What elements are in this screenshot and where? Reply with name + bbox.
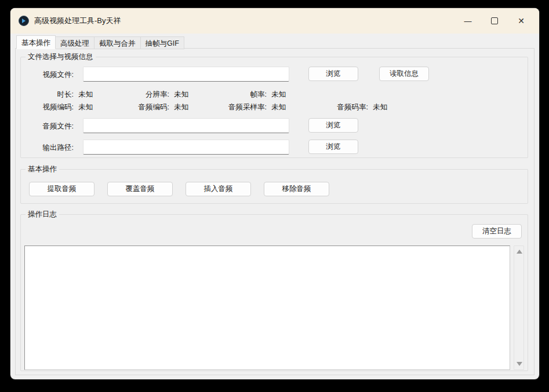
resolution-label: 分辨率: [111, 90, 169, 100]
duration-value: 未知 [78, 90, 93, 100]
read-info-button[interactable]: 读取信息 [379, 67, 429, 81]
video-file-input[interactable] [83, 67, 289, 82]
framerate-value: 未知 [271, 90, 286, 100]
audio-samplerate-label: 音频采样率: [197, 102, 267, 112]
audio-bitrate-value: 未知 [373, 102, 387, 112]
minimize-button[interactable]: — [455, 8, 481, 34]
audio-codec-value: 未知 [174, 102, 188, 112]
window-title: 高级视频处理工具-By天祥 [34, 16, 121, 26]
scroll-down-icon[interactable] [517, 362, 522, 366]
audio-browse-button[interactable]: 浏览 [308, 118, 358, 133]
clear-log-button[interactable]: 清空日志 [472, 224, 522, 239]
close-button[interactable]: ✕ [508, 8, 535, 34]
audio-file-input[interactable] [83, 118, 289, 133]
app-icon [19, 16, 29, 26]
video-codec-label: 视频编码: [21, 102, 74, 112]
group-operation-log-title: 操作日志 [26, 210, 59, 219]
video-codec-value: 未知 [78, 102, 93, 112]
minimize-icon: — [464, 17, 472, 25]
log-textarea[interactable] [24, 246, 510, 370]
close-icon: ✕ [518, 16, 525, 25]
duration-label: 时长: [21, 90, 74, 100]
output-browse-button[interactable]: 浏览 [308, 140, 358, 154]
tab-advanced-processing[interactable]: 高级处理 [56, 36, 94, 49]
tab-basic-operations[interactable]: 基本操作 [16, 35, 56, 49]
app-window: 高级视频处理工具-By天祥 — ✕ 基本操作 高级处理 截取与合并 抽帧与GIF… [10, 8, 539, 379]
video-file-label: 视频文件: [32, 70, 74, 80]
audio-file-label: 音频文件: [32, 122, 74, 131]
desktop: { "window": { "title": "高级视频处理工具-By天祥", … [0, 0, 549, 392]
tab-panel-basic-operations: 文件选择与视频信息 视频文件: 浏览 读取信息 时长: 未知 分辨率: 未知 帧… [15, 48, 535, 375]
group-operation-log: 操作日志 清空日志 [20, 214, 528, 371]
insert-audio-button[interactable]: 插入音频 [186, 182, 251, 196]
output-path-input[interactable] [83, 140, 289, 155]
group-basic-operations-title: 基本操作 [26, 164, 59, 174]
titlebar[interactable]: 高级视频处理工具-By天祥 — ✕ [10, 8, 539, 34]
audio-bitrate-label: 音频码率: [310, 102, 368, 112]
audio-samplerate-value: 未知 [271, 102, 286, 112]
extract-audio-button[interactable]: 提取音频 [29, 182, 94, 196]
group-file-selection-title: 文件选择与视频信息 [26, 52, 96, 62]
remove-audio-button[interactable]: 移除音频 [264, 182, 329, 196]
tab-bar: 基本操作 高级处理 截取与合并 抽帧与GIF [16, 35, 184, 49]
tab-cut-and-merge[interactable]: 截取与合并 [94, 36, 140, 49]
window-controls: — ✕ [455, 8, 539, 34]
output-path-label: 输出路径: [32, 143, 74, 153]
maximize-button[interactable] [481, 8, 508, 34]
video-browse-button[interactable]: 浏览 [308, 67, 358, 81]
group-file-selection: 文件选择与视频信息 视频文件: 浏览 读取信息 时长: 未知 分辨率: 未知 帧… [20, 57, 528, 158]
log-scrollbar[interactable] [514, 246, 524, 370]
group-basic-operations: 基本操作 提取音频 覆盖音频 插入音频 移除音频 [20, 169, 528, 204]
framerate-label: 帧率: [209, 90, 267, 100]
resolution-value: 未知 [174, 90, 188, 100]
overwrite-audio-button[interactable]: 覆盖音频 [107, 182, 173, 196]
maximize-icon [491, 17, 498, 24]
audio-codec-label: 音频编码: [111, 102, 169, 112]
tab-frame-extract-gif[interactable]: 抽帧与GIF [140, 36, 184, 49]
scroll-up-icon[interactable] [517, 250, 522, 254]
